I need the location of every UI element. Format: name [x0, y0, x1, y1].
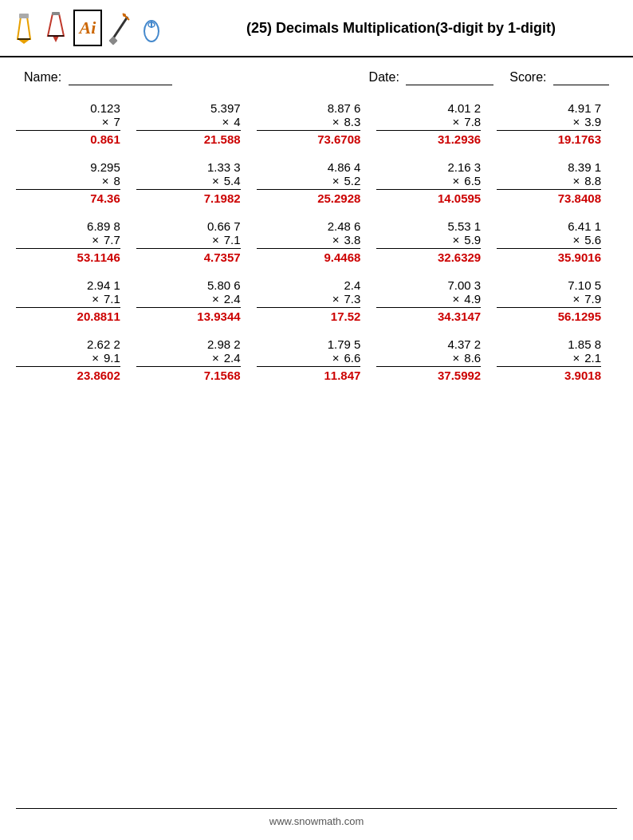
- multiplier: 6.6: [344, 351, 361, 365]
- problem-7: 1.33 3×5.47.1982: [136, 160, 257, 205]
- problem-num2: ×7.8: [453, 115, 482, 128]
- problem-num1: 2.98 2: [207, 337, 241, 351]
- svg-marker-1: [18, 39, 30, 44]
- problem-2: 5.397×421.588: [136, 101, 257, 146]
- problem-num1: 4.37 2: [447, 337, 481, 351]
- problem-23: 1.79 5×6.611.847: [257, 337, 377, 382]
- svg-point-11: [123, 14, 126, 17]
- problem-answer: 21.588: [204, 132, 241, 146]
- multiplier: 4.9: [464, 292, 481, 306]
- mult-sign: ×: [572, 174, 580, 187]
- problem-num1: 2.4: [344, 278, 361, 292]
- problem-answer: 11.847: [324, 369, 361, 382]
- problem-answer: 37.5992: [438, 369, 481, 382]
- multiplier: 7.1: [104, 292, 120, 306]
- problem-num2: ×4: [222, 115, 240, 128]
- problem-divider: [497, 307, 601, 308]
- problem-answer: 34.3147: [438, 310, 481, 323]
- mult-sign: ×: [92, 233, 99, 246]
- problem-divider: [497, 130, 601, 131]
- svg-rect-9: [108, 36, 117, 45]
- mult-sign: ×: [102, 115, 109, 128]
- mult-sign: ×: [332, 115, 340, 128]
- problem-divider: [136, 248, 241, 249]
- problem-answer: 73.6708: [317, 132, 360, 146]
- problem-answer: 53.1146: [77, 250, 120, 264]
- header-icons: Ai: [10, 10, 166, 46]
- problem-num2: ×7.7: [92, 233, 120, 246]
- multiplier: 8.6: [464, 351, 481, 365]
- footer: www.snowmath.com: [16, 808, 617, 827]
- problem-num2: ×6.5: [453, 174, 482, 187]
- svg-rect-2: [19, 14, 29, 18]
- name-line: [69, 70, 172, 85]
- problem-11: 6.89 8×7.753.1146: [16, 219, 136, 264]
- problem-divider: [497, 189, 601, 190]
- problem-answer: 25.2928: [317, 191, 360, 205]
- mult-sign: ×: [453, 233, 460, 246]
- problem-12: 0.66 7×7.14.7357: [136, 219, 257, 264]
- problem-divider: [136, 366, 241, 367]
- problem-answer: 13.9344: [197, 310, 240, 323]
- mult-sign: ×: [92, 351, 99, 365]
- problem-divider: [497, 248, 601, 249]
- problem-num1: 4.01 2: [447, 101, 481, 115]
- problem-num2: ×2.1: [572, 351, 601, 365]
- problem-num1: 4.86 4: [328, 160, 361, 174]
- problem-18: 2.4×7.317.52: [257, 278, 377, 323]
- problem-10: 8.39 1×8.873.8408: [497, 160, 617, 205]
- info-row: Name: Date: Score:: [0, 57, 633, 93]
- mult-sign: ×: [332, 174, 340, 187]
- mult-sign: ×: [572, 292, 580, 306]
- mult-sign: ×: [222, 115, 229, 128]
- multiplier: 8.8: [584, 174, 601, 187]
- problem-num1: 1.79 5: [328, 337, 361, 351]
- problem-num2: ×2.4: [212, 292, 241, 306]
- multiplier: 7.1: [224, 233, 241, 246]
- problem-13: 2.48 6×3.89.4468: [257, 219, 377, 264]
- problem-4: 4.01 2×7.831.2936: [376, 101, 497, 146]
- problem-num2: ×3.9: [572, 115, 601, 128]
- problem-num1: 5.397: [210, 101, 241, 115]
- problem-16: 2.94 1×7.120.8811: [16, 278, 136, 323]
- problem-num2: ×5.6: [572, 233, 601, 246]
- problem-num2: ×5.4: [212, 174, 241, 187]
- mult-sign: ×: [572, 233, 580, 246]
- problem-answer: 7.1568: [204, 369, 241, 382]
- date-line: [406, 70, 493, 85]
- problem-divider: [136, 189, 241, 190]
- problem-num2: ×7.9: [572, 292, 601, 306]
- problem-num1: 5.53 1: [447, 219, 481, 233]
- multiplier: 3.9: [584, 115, 601, 128]
- score-line: [553, 70, 609, 85]
- problem-divider: [376, 307, 481, 308]
- problem-divider: [16, 130, 120, 131]
- mult-sign: ×: [332, 233, 340, 246]
- problem-num1: 2.62 2: [87, 337, 120, 351]
- problem-answer: 19.1763: [558, 132, 601, 146]
- problem-num1: 2.94 1: [87, 278, 120, 292]
- mult-sign: ×: [92, 292, 99, 306]
- problem-answer: 3.9018: [564, 369, 601, 382]
- problem-divider: [16, 366, 120, 367]
- problem-answer: 0.861: [90, 132, 120, 146]
- problem-num1: 7.00 3: [447, 278, 481, 292]
- svg-marker-4: [48, 14, 64, 36]
- problem-17: 5.80 6×2.413.9344: [136, 278, 257, 323]
- problem-divider: [376, 366, 481, 367]
- mult-sign: ×: [332, 292, 340, 306]
- problem-divider: [257, 248, 361, 249]
- multiplier: 7.9: [584, 292, 601, 306]
- multiplier: 2.4: [224, 351, 241, 365]
- problem-answer: 32.6329: [438, 250, 481, 264]
- problem-8: 4.86 4×5.225.2928: [257, 160, 377, 205]
- mouse-icon: [137, 10, 166, 46]
- problem-num1: 6.41 1: [568, 219, 601, 233]
- problem-divider: [257, 307, 361, 308]
- problem-answer: 74.36: [90, 191, 120, 205]
- multiplier: 5.4: [224, 174, 241, 187]
- problem-num1: 1.33 3: [207, 160, 241, 174]
- problem-divider: [16, 189, 120, 190]
- problem-21: 2.62 2×9.123.8602: [16, 337, 136, 382]
- problem-divider: [376, 189, 481, 190]
